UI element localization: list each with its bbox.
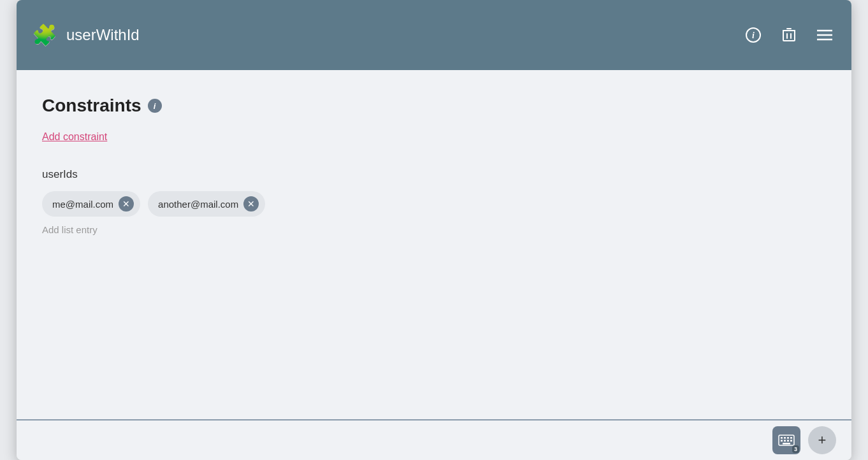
field-label: userIds xyxy=(42,168,826,181)
chip-remove-1[interactable]: ✕ xyxy=(243,196,259,212)
chip-value-0: me@mail.com xyxy=(52,199,113,210)
svg-rect-2 xyxy=(783,31,795,41)
add-button[interactable]: + xyxy=(808,426,836,454)
svg-rect-18 xyxy=(790,440,792,442)
svg-rect-17 xyxy=(787,440,789,442)
svg-rect-15 xyxy=(781,440,783,442)
menu-button[interactable] xyxy=(813,24,836,47)
svg-rect-14 xyxy=(790,437,792,439)
header-right: i xyxy=(742,24,836,47)
svg-rect-19 xyxy=(783,443,790,445)
svg-rect-16 xyxy=(784,440,786,442)
chip-remove-0[interactable]: ✕ xyxy=(119,196,134,212)
app-window: 🧩 userWithId i xyxy=(17,0,851,460)
bottom-bar: 3 + xyxy=(17,419,851,460)
header-left: 🧩 userWithId xyxy=(32,23,140,47)
chip-value-1: another@mail.com xyxy=(158,199,238,210)
chip-0: me@mail.com ✕ xyxy=(42,191,140,217)
svg-rect-13 xyxy=(787,437,789,439)
app-title: userWithId xyxy=(66,26,140,44)
keyboard-badge: 3 xyxy=(792,445,799,453)
delete-button[interactable] xyxy=(778,24,800,47)
header: 🧩 userWithId i xyxy=(17,0,851,70)
add-list-entry[interactable]: Add list entry xyxy=(42,224,826,235)
main-content: Constraints i Add constraint userIds me@… xyxy=(17,70,851,460)
section-title: Constraints xyxy=(42,96,141,116)
chips-container: me@mail.com ✕ another@mail.com ✕ xyxy=(42,191,826,217)
constraints-info-icon[interactable]: i xyxy=(148,99,162,113)
plus-icon: + xyxy=(818,432,827,449)
add-constraint-link[interactable]: Add constraint xyxy=(42,131,107,143)
svg-text:i: i xyxy=(752,31,755,40)
svg-rect-12 xyxy=(784,437,786,439)
section-title-row: Constraints i xyxy=(42,96,826,116)
info-button[interactable]: i xyxy=(742,24,765,47)
chip-1: another@mail.com ✕ xyxy=(148,191,265,217)
puzzle-icon: 🧩 xyxy=(32,23,57,47)
keyboard-button[interactable]: 3 xyxy=(772,426,800,454)
svg-rect-11 xyxy=(781,437,783,439)
